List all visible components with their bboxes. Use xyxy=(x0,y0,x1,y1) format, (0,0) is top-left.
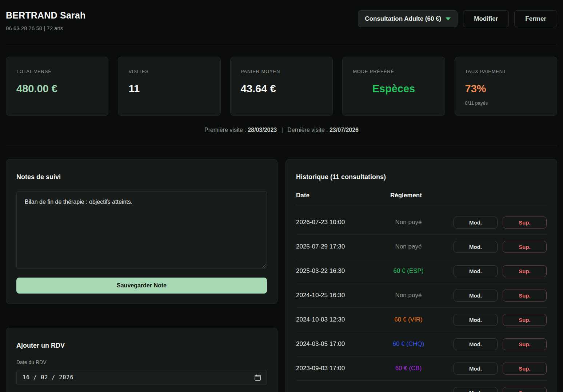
table-row: 2025-03-22 16:30 60 € (ESP) Mod. Sup. xyxy=(296,259,547,283)
stat-sub: 8/11 payés xyxy=(465,100,547,106)
history-title: Historique (11 consultations) xyxy=(296,173,547,181)
history-row-actions: Mod. Sup. xyxy=(454,265,547,277)
section-divider xyxy=(6,147,557,147)
first-visit-label: Première visite : xyxy=(204,127,246,133)
chevron-down-icon xyxy=(446,17,451,20)
history-col-date: Date xyxy=(296,192,390,199)
notes-title: Notes de suivi xyxy=(16,173,267,181)
table-row: 2024-10-03 12:30 60 € (VIR) Mod. Sup. xyxy=(296,308,547,332)
visit-dates-line: Première visite : 28/03/2023 | Dernière … xyxy=(0,127,563,133)
top-actions: Consultation Adulte (60 €) Modifier Ferm… xyxy=(358,10,557,27)
modifier-button[interactable]: Modifier xyxy=(463,10,509,27)
notes-textarea[interactable]: Bilan de fin de thérapie : objectifs att… xyxy=(16,191,267,269)
table-row: 2024-03-05 17:00 60 € (CHQ) Mod. Sup. xyxy=(296,332,547,356)
stat-card-taux-paiement: TAUX PAIEMENT 73% 8/11 payés xyxy=(455,57,557,116)
stat-card-total-verse: TOTAL VERSÉ 480.00 € xyxy=(6,57,108,116)
patient-name: BERTRAND Sarah xyxy=(6,10,86,21)
history-row-payment: Non payé xyxy=(390,219,427,226)
sup-button[interactable]: Sup. xyxy=(503,338,547,350)
history-row-actions: Mod. Sup. xyxy=(454,290,547,302)
stat-label: PANIER MOYEN xyxy=(241,69,322,74)
add-rdv-panel: Ajouter un RDV Date du RDV 16 / 02 / 202… xyxy=(6,328,277,392)
table-row: 2026-07-23 10:00 Non payé Mod. Sup. xyxy=(296,210,547,235)
history-table-body: 2026-07-23 10:00 Non payé Mod. Sup. 2025… xyxy=(296,210,547,392)
history-row-date: 2025-07-29 17:30 xyxy=(296,243,390,250)
history-row-date: 2024-10-25 16:30 xyxy=(296,292,390,299)
history-row-payment: Non payé xyxy=(390,292,427,299)
header-divider xyxy=(6,46,557,46)
calendar-icon[interactable] xyxy=(255,374,261,381)
history-row-date: 2025-03-22 16:30 xyxy=(296,267,390,275)
mod-button[interactable]: Mod. xyxy=(454,290,498,302)
notes-panel: Notes de suivi Bilan de fin de thérapie … xyxy=(6,159,277,304)
history-row-payment: 60 € (CHQ) xyxy=(390,340,427,348)
stat-card-panier-moyen: PANIER MOYEN 43.64 € xyxy=(230,57,333,116)
topbar: BERTRAND Sarah 06 63 28 76 50 | 72 ans C… xyxy=(0,0,563,31)
stat-label: TOTAL VERSÉ xyxy=(16,69,98,74)
table-row: 2024-10-25 16:30 Non payé Mod. Sup. xyxy=(296,283,547,308)
history-table-header: Date Règlement xyxy=(296,192,547,205)
table-row: Mod. Sup. xyxy=(296,381,547,392)
consultation-type-value: Consultation Adulte (60 €) xyxy=(365,15,441,23)
stat-card-mode-prefere: MODE PRÉFÉRÉ Espèces xyxy=(342,57,445,116)
last-visit-label: Dernière visite : xyxy=(287,127,328,133)
stat-value: 43.64 € xyxy=(241,83,322,95)
mod-button[interactable]: Mod. xyxy=(454,387,498,392)
history-col-payment: Règlement xyxy=(390,192,427,199)
history-row-date: 2024-10-03 12:30 xyxy=(296,316,390,323)
sup-button[interactable]: Sup. xyxy=(503,265,547,277)
rdv-date-input[interactable]: 16 / 02 / 2026 xyxy=(16,370,267,385)
visit-separator: | xyxy=(282,127,283,133)
notes-textarea-wrap: Bilan de fin de thérapie : objectifs att… xyxy=(16,191,267,269)
sup-button[interactable]: Sup. xyxy=(503,290,547,302)
main-columns: Notes de suivi Bilan de fin de thérapie … xyxy=(6,159,557,392)
sup-button[interactable]: Sup. xyxy=(503,217,547,229)
history-row-payment: 60 € (CB) xyxy=(390,365,427,372)
history-row-actions: Mod. Sup. xyxy=(454,363,547,375)
patient-header: BERTRAND Sarah 06 63 28 76 50 | 72 ans xyxy=(6,10,86,31)
sup-button[interactable]: Sup. xyxy=(503,314,547,326)
stat-value: 11 xyxy=(128,83,210,95)
mod-button[interactable]: Mod. xyxy=(454,338,498,350)
mod-button[interactable]: Mod. xyxy=(454,314,498,326)
table-row: 2025-07-29 17:30 Non payé Mod. Sup. xyxy=(296,235,547,259)
sup-button[interactable]: Sup. xyxy=(503,241,547,253)
history-row-actions: Mod. Sup. xyxy=(454,314,547,326)
stat-value: Espèces xyxy=(353,83,434,95)
history-row-payment: 60 € (VIR) xyxy=(390,316,427,323)
stat-label: VISITES xyxy=(128,69,210,74)
stat-value: 480.00 € xyxy=(16,83,98,95)
rdv-date-value: 16 / 02 / 2026 xyxy=(23,374,73,381)
history-row-actions: Mod. Sup. xyxy=(454,338,547,350)
history-row-date: 2023-09-03 17:00 xyxy=(296,365,390,372)
consultation-type-select[interactable]: Consultation Adulte (60 €) xyxy=(358,10,458,27)
history-row-payment: Non payé xyxy=(390,243,427,250)
stat-card-visites: VISITES 11 xyxy=(118,57,220,116)
save-note-button[interactable]: Sauvegarder Note xyxy=(16,278,267,294)
mod-button[interactable]: Mod. xyxy=(454,265,498,277)
history-row-actions: Mod. Sup. xyxy=(454,217,547,229)
left-column: Notes de suivi Bilan de fin de thérapie … xyxy=(6,159,277,392)
rdv-title: Ajouter un RDV xyxy=(16,342,267,349)
mod-button[interactable]: Mod. xyxy=(454,217,498,229)
last-visit-date: 23/07/2026 xyxy=(330,127,359,133)
history-row-date: 2026-07-23 10:00 xyxy=(296,219,390,226)
sup-button[interactable]: Sup. xyxy=(503,387,547,392)
history-panel: Historique (11 consultations) Date Règle… xyxy=(286,159,557,392)
history-row-actions: Mod. Sup. xyxy=(454,241,547,253)
history-row-actions: Mod. Sup. xyxy=(454,387,547,392)
mod-button[interactable]: Mod. xyxy=(454,241,498,253)
fermer-button[interactable]: Fermer xyxy=(514,10,557,27)
patient-meta: 06 63 28 76 50 | 72 ans xyxy=(6,25,86,31)
table-row: 2023-09-03 17:00 60 € (CB) Mod. Sup. xyxy=(296,356,547,381)
history-row-date: 2024-03-05 17:00 xyxy=(296,340,390,348)
stat-value: 73% xyxy=(465,83,547,95)
history-row-payment: 60 € (ESP) xyxy=(390,267,427,275)
rdv-date-label: Date du RDV xyxy=(16,359,267,365)
stats-row: TOTAL VERSÉ 480.00 € VISITES 11 PANIER M… xyxy=(6,57,557,116)
mod-button[interactable]: Mod. xyxy=(454,363,498,375)
sup-button[interactable]: Sup. xyxy=(503,363,547,375)
stat-label: MODE PRÉFÉRÉ xyxy=(353,69,434,74)
first-visit-date: 28/03/2023 xyxy=(248,127,277,133)
stat-label: TAUX PAIEMENT xyxy=(465,69,547,74)
